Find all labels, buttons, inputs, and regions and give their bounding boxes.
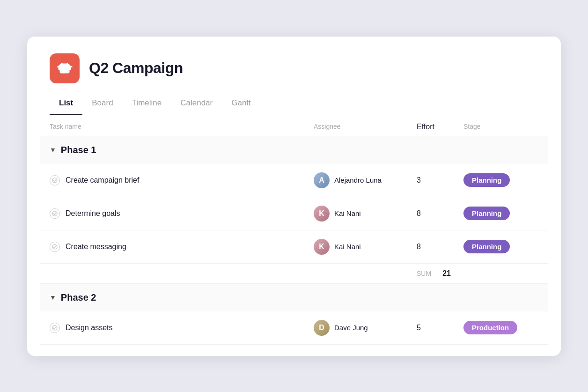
phase-1-label: Phase 1 [61, 145, 96, 155]
assignee-dave: D Dave Jung [314, 320, 417, 336]
effort-value: 8 [417, 243, 463, 251]
task-name-create-messaging: Create messaging [50, 242, 314, 252]
avatar: K [314, 206, 330, 222]
task-table: Task name Assignee Effort Stage ▼ Phase … [27, 115, 561, 345]
tab-calendar[interactable]: Calendar [171, 93, 222, 115]
table-header: Task name Assignee Effort Stage [40, 115, 548, 136]
stage-badge-production: Production [463, 321, 538, 334]
tabs-bar: List Board Timeline Calendar Gantt [27, 93, 561, 115]
effort-value: 3 [417, 176, 463, 185]
stage-badge-planning: Planning [463, 207, 538, 220]
check-icon[interactable] [50, 208, 60, 219]
phase-2-header[interactable]: ▼ Phase 2 [40, 284, 548, 311]
svg-rect-0 [61, 63, 63, 65]
avatar: A [314, 172, 330, 188]
sum-value: 21 [442, 269, 451, 278]
effort-value: 5 [417, 324, 463, 332]
effort-value: 8 [417, 209, 463, 218]
chevron-down-icon: ▼ [50, 146, 56, 154]
main-card: Q2 Campaign List Board Timeline Calendar… [27, 37, 561, 356]
project-title: Q2 Campaign [89, 59, 183, 77]
phase-2-label: Phase 2 [61, 292, 96, 303]
project-header: Q2 Campaign [27, 37, 561, 93]
stage-badge-planning: Planning [463, 173, 538, 187]
table-row: Determine goals K Kai Nani 8 Planning [40, 197, 548, 230]
col-effort: Effort [417, 123, 463, 131]
stage-badge-planning: Planning [463, 240, 538, 253]
project-icon [50, 53, 80, 83]
col-assignee: Assignee [314, 123, 417, 131]
phase-1-header[interactable]: ▼ Phase 1 [40, 136, 548, 164]
assignee-kai-1: K Kai Nani [314, 206, 417, 222]
task-name-determine-goals: Determine goals [50, 208, 314, 219]
avatar: D [314, 320, 330, 336]
avatar: K [314, 239, 330, 255]
tab-board[interactable]: Board [82, 93, 122, 115]
table-row: Create messaging K Kai Nani 8 Planning [40, 230, 548, 264]
chevron-down-icon: ▼ [50, 294, 56, 301]
assignee-kai-2: K Kai Nani [314, 239, 417, 255]
task-name-create-brief: Create campaign brief [50, 175, 314, 185]
check-icon[interactable] [50, 242, 60, 252]
tab-timeline[interactable]: Timeline [123, 93, 171, 115]
check-icon[interactable] [50, 323, 60, 333]
tab-gantt[interactable]: Gantt [222, 93, 260, 115]
table-row: Create campaign brief A Alejandro Luna 3… [40, 164, 548, 197]
check-icon[interactable] [50, 175, 60, 185]
sum-row-phase-1: SUM 21 [40, 264, 548, 284]
col-task-name: Task name [50, 123, 314, 131]
task-name-design-assets: Design assets [50, 323, 314, 333]
svg-rect-1 [67, 63, 68, 65]
sum-label: SUM [417, 270, 435, 277]
col-stage: Stage [463, 123, 538, 131]
tab-list[interactable]: List [50, 93, 82, 115]
assignee-alejandro: A Alejandro Luna [314, 172, 417, 188]
table-row: Design assets D Dave Jung 5 Production [40, 311, 548, 345]
